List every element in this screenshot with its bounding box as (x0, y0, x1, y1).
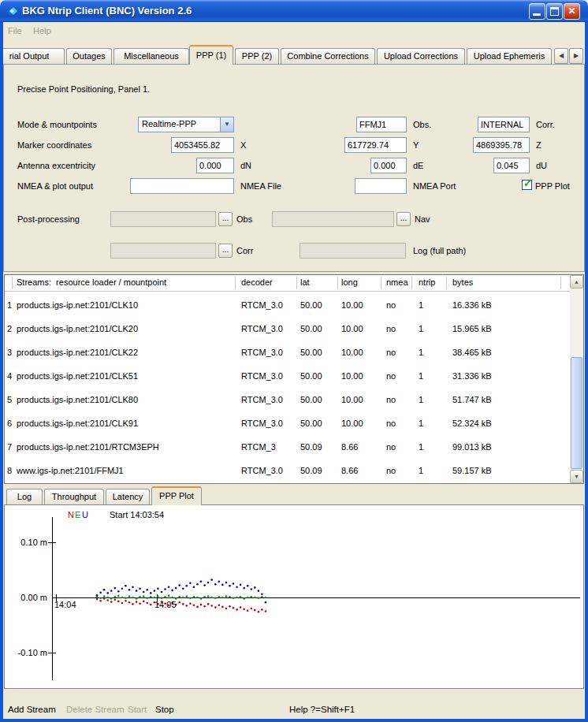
nmea-port-field[interactable] (355, 178, 407, 194)
plot-point-E (103, 595, 106, 597)
stream-row-2[interactable]: 2products.igs-ip.net:2101/CLK20RTCM_3.05… (5, 317, 570, 341)
plot-start-label: Start 14:03:54 (110, 510, 164, 519)
plot-point-U (178, 584, 180, 586)
plot-point-U (154, 590, 156, 592)
nmea-file-field[interactable] (130, 178, 234, 194)
postproc-corr-label: Corr (236, 246, 253, 255)
tab-upload-ephemeris[interactable]: Upload Ephemeris (467, 48, 552, 64)
app-icon[interactable] (6, 5, 18, 17)
tab-scroll-left-button[interactable]: ◀ (554, 48, 568, 64)
plot-point-E (157, 595, 159, 597)
plot-point-U (168, 586, 170, 588)
stream-row-8[interactable]: 8www.igs-ip.net:2101/FFMJ1RTCM_3.050.098… (5, 459, 570, 482)
plot-point-N (218, 605, 221, 607)
postproc-corr-browse-button[interactable]: ... (218, 244, 233, 258)
antenna-de-field[interactable] (370, 158, 407, 173)
vertical-scrollbar[interactable]: ▲ ▼ (570, 275, 583, 483)
tab-miscellaneous[interactable]: Miscellaneous (114, 48, 189, 64)
stream-cell-lat: 50.00 (300, 341, 338, 364)
tab-ppp-2[interactable]: PPP (2) (235, 48, 279, 64)
stop-button[interactable]: Stop (155, 705, 174, 714)
plot-point-E (240, 596, 242, 598)
stream-row-7[interactable]: 7products.igs-ip.net:2101/RTCM3EPHRTCM_3… (5, 435, 570, 459)
legend-n: N (68, 510, 74, 519)
arrow-down-icon: ▼ (574, 474, 579, 479)
stream-cell-lat: 50.00 (300, 364, 338, 388)
stream-cell-decoder: RTCM_3.0 (241, 388, 298, 411)
tab-latency[interactable]: Latency (106, 489, 150, 504)
start-button[interactable]: Start (128, 705, 147, 714)
scroll-up-button[interactable]: ▲ (570, 275, 583, 288)
mode-select[interactable]: Realtime-PPP ▼ (138, 117, 234, 132)
plot-point-U (218, 580, 221, 582)
stream-cell-nmea: no (386, 341, 416, 364)
menu-file[interactable]: File (8, 26, 22, 35)
stream-cell-decoder: RTCM_3 (241, 435, 298, 459)
stream-row-5[interactable]: 5products.igs-ip.net:2101/CLK80RTCM_3.05… (5, 388, 570, 411)
streams-table-rows: 1products.igs-ip.net:2101/CLK10RTCM_3.05… (5, 275, 570, 483)
stream-row-4[interactable]: 4products.igs-ip.net:2101/CLK51RTCM_3.05… (5, 364, 570, 388)
plot-point-N (186, 605, 188, 607)
tab-serial-output[interactable]: rial Output (0, 48, 65, 64)
du-label: dU (536, 161, 547, 170)
plot-point-U (229, 585, 231, 587)
tab-upload-corrections[interactable]: Upload Corrections (377, 48, 465, 64)
plot-point-E (207, 595, 210, 597)
tab-ppp-1[interactable]: PPP (1) (189, 45, 233, 65)
plot-point-N (106, 599, 109, 601)
close-button[interactable]: ✕ (564, 3, 580, 20)
plot-point-U (150, 592, 152, 594)
stream-row-1[interactable]: 1products.igs-ip.net:2101/CLK10RTCM_3.05… (5, 293, 570, 317)
stream-cell-ntrip: 1 (419, 435, 445, 459)
plot-point-E (164, 596, 166, 598)
plot-point-U (233, 582, 235, 585)
plot-point-U (221, 584, 224, 586)
plot-point-E (225, 595, 228, 597)
tab-outages[interactable]: Outages (66, 48, 112, 64)
maximize-button[interactable] (546, 3, 563, 20)
minimize-icon (533, 13, 541, 16)
stream-row-6[interactable]: 6products.igs-ip.net:2101/CLK91RTCM_3.05… (5, 411, 570, 435)
corr-label: Corr. (536, 120, 555, 129)
marker-y-field[interactable] (344, 137, 407, 153)
stream-cell-lat: 50.00 (300, 317, 338, 341)
scrollbar-thumb[interactable] (571, 357, 582, 469)
help-button[interactable]: Help ?=Shift+F1 (289, 705, 355, 714)
minimize-button[interactable] (529, 3, 545, 20)
postproc-nav-browse-button[interactable]: ... (396, 212, 411, 226)
nmea-port-label: NMEA Port (413, 181, 456, 191)
stream-cell-long: 10.00 (341, 341, 382, 364)
corr-mountpoint-field[interactable] (478, 117, 530, 132)
plot-point-E (236, 597, 238, 599)
mode-label: Mode & mountpoints (17, 120, 97, 129)
tab-throughput[interactable]: Throughput (44, 489, 104, 504)
tab-combine-corrections[interactable]: Combine Corrections (281, 48, 375, 64)
stream-cell-ntrip: 1 (419, 459, 445, 482)
antenna-du-field[interactable] (493, 158, 530, 173)
stream-cell-nmea: no (386, 364, 416, 388)
postproc-obs-browse-button[interactable]: ... (218, 212, 233, 226)
menu-help[interactable]: Help (33, 26, 51, 35)
stream-cell-num: 7 (7, 435, 17, 459)
stream-cell-ntrip: 1 (419, 293, 445, 317)
plot-point-E (186, 595, 188, 597)
delete-stream-button[interactable]: Delete Stream (66, 705, 125, 714)
plot-point-U (247, 585, 249, 587)
mode-dropdown-button[interactable]: ▼ (220, 117, 233, 132)
scroll-down-button[interactable]: ▼ (570, 470, 583, 483)
plot-point-E (221, 597, 224, 599)
ppp-plot-checkbox[interactable]: ✓ (522, 180, 532, 190)
tab-ppp-plot[interactable]: PPP Plot (151, 486, 202, 505)
tab-scroll-right-button[interactable]: ▶ (569, 48, 583, 64)
stream-row-3[interactable]: 3products.igs-ip.net:2101/CLK22RTCM_3.05… (5, 341, 570, 364)
add-stream-button[interactable]: Add Stream (8, 705, 56, 714)
tab-log[interactable]: Log (6, 489, 43, 504)
arrow-up-icon: ▲ (574, 279, 579, 285)
marker-x-field[interactable] (171, 137, 234, 153)
stream-cell-decoder: RTCM_3.0 (241, 364, 298, 388)
stream-cell-long: 10.00 (341, 364, 382, 388)
antenna-dn-field[interactable] (196, 158, 234, 173)
obs-mountpoint-field[interactable] (356, 117, 407, 132)
marker-z-field[interactable] (473, 137, 530, 153)
stream-cell-decoder: RTCM_3.0 (241, 293, 298, 317)
